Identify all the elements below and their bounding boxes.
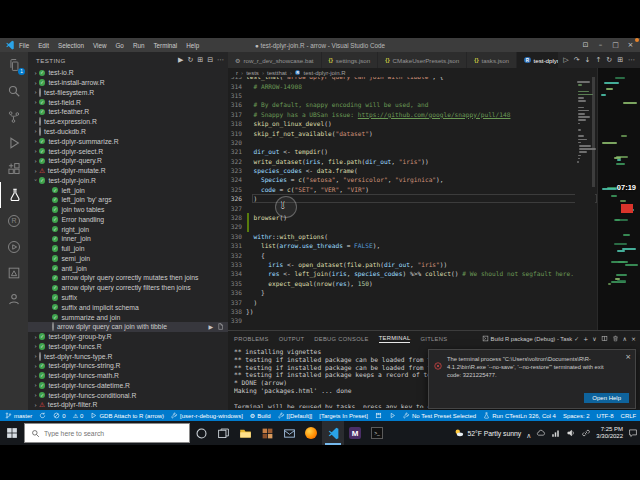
test-tree-item[interactable]: ›✓test-field.R bbox=[28, 97, 228, 107]
test-tree-item[interactable]: ›✓test-dplyr-query.R bbox=[28, 156, 228, 166]
status-item-no-test-preset-selected[interactable]: No Test Preset Selected bbox=[403, 412, 476, 420]
go-to-test-icon[interactable] bbox=[217, 323, 224, 331]
layout-icon[interactable]: ⊡ bbox=[578, 38, 593, 52]
breadcrumb-segment[interactable]: tests bbox=[246, 70, 259, 76]
close-panel-icon[interactable]: × bbox=[631, 335, 636, 342]
test-tree-item[interactable]: ✓arrow dplyr query correctly filters the… bbox=[28, 283, 228, 293]
open-help-button[interactable]: Open Help bbox=[584, 393, 629, 403]
taskbar-app-msys[interactable]: M bbox=[344, 421, 366, 445]
taskbar-app-file-explorer[interactable] bbox=[234, 421, 256, 445]
tab-test-dplyr-join.R[interactable]: Rtest-dplyr-join.R● bbox=[517, 52, 558, 68]
code-line-337[interactable]: 337 ) bbox=[228, 297, 597, 306]
testing-icon[interactable] bbox=[0, 182, 28, 208]
kill-terminal-icon[interactable] bbox=[612, 335, 619, 343]
test-tree-item[interactable]: ›✓test-dplyr-join.R bbox=[28, 175, 228, 185]
code-line-334[interactable]: 334 res <- left_join(iris, species_codes… bbox=[228, 269, 597, 278]
extensions-icon[interactable] bbox=[0, 156, 28, 182]
code-line-329[interactable]: 329 bbox=[228, 222, 597, 231]
test-tree-item[interactable]: ›test-filesystem.R bbox=[28, 88, 228, 98]
taskbar-app-mail[interactable] bbox=[278, 421, 300, 445]
close-icon[interactable]: × bbox=[625, 353, 631, 361]
account-icon[interactable] bbox=[0, 286, 28, 312]
taskbar-app-firefox[interactable] bbox=[300, 421, 322, 445]
test-tree-item[interactable]: ✓suffix bbox=[28, 293, 228, 303]
status-item-master[interactable]: master bbox=[5, 412, 32, 420]
panel-tab-debug-console[interactable]: DEBUG CONSOLE bbox=[314, 336, 368, 342]
volume-icon[interactable] bbox=[566, 424, 576, 442]
test-tree-item[interactable]: arrow dplyr query can join with tibble▶ bbox=[28, 322, 228, 332]
code-line-330[interactable]: 330 withr::with_options( bbox=[228, 232, 597, 241]
terminal-dropdown-icon[interactable]: ∨ bbox=[592, 335, 596, 342]
status-right-item[interactable]: UTF-8 bbox=[597, 413, 614, 419]
start-button[interactable] bbox=[0, 421, 24, 445]
explorer-icon[interactable]: 1 bbox=[0, 52, 28, 78]
test-tree-item[interactable]: ›test-duckdb.R bbox=[28, 127, 228, 137]
menu-help[interactable]: Help bbox=[186, 42, 199, 49]
terminal-task-selector[interactable]: Build R package (Debug) - Task✓ bbox=[482, 335, 580, 343]
status-item--user-r-debug-windows-[interactable]: [user-r-debug-windows] bbox=[171, 412, 243, 420]
status-item-gdb-attach-to-r-arrow-[interactable]: GDB Attach to R (arrow) bbox=[90, 412, 164, 420]
code-line-325[interactable]: 325 code = c("SET", "VER", "VIR") bbox=[228, 185, 597, 194]
menu-view[interactable]: View bbox=[93, 42, 107, 49]
taskbar-app-vscode[interactable] bbox=[322, 421, 344, 445]
more-actions-icon[interactable]: ⋯ bbox=[628, 56, 635, 64]
onedrive-icon[interactable] bbox=[536, 424, 546, 442]
test-tree-item[interactable]: ›✓test-dplyr-group-by.R bbox=[28, 332, 228, 342]
test-tree-item[interactable]: ✓Error handling bbox=[28, 214, 228, 224]
restart-icon[interactable]: ↻ bbox=[606, 56, 612, 64]
code-line-315[interactable]: 315 bbox=[228, 91, 597, 100]
test-tree-item[interactable]: ›test-dplyr-funcs-type.R bbox=[28, 351, 228, 361]
step-out-icon[interactable]: ↑ bbox=[595, 56, 601, 64]
step-into-icon[interactable]: ↓ bbox=[585, 56, 591, 64]
test-tree-item[interactable]: ›✓test-feather.R bbox=[28, 107, 228, 117]
code-line-336[interactable]: 336 } bbox=[228, 288, 597, 297]
code-line-339[interactable]: 339 bbox=[228, 316, 597, 325]
test-tree-item[interactable]: ✓join two tables bbox=[28, 205, 228, 215]
test-tree-item[interactable]: ✓left_join 'by' args bbox=[28, 195, 228, 205]
search-input[interactable] bbox=[44, 430, 174, 437]
code-line-324[interactable]: 324 Species = c("setosa", "versicolor", … bbox=[228, 175, 597, 184]
show-output-icon[interactable]: ⊞ bbox=[197, 56, 203, 64]
status-item-0[interactable]: 0 bbox=[53, 412, 65, 420]
test-tree-item[interactable]: ›✓test-dplyr-funcs-string.R bbox=[28, 361, 228, 371]
refresh-tests-icon[interactable]: ↻ bbox=[187, 56, 193, 64]
panel-tab-terminal[interactable]: TERMINAL bbox=[379, 335, 411, 343]
code-line-331[interactable]: 331 list(arrow.use_threads = FALSE), bbox=[228, 241, 597, 250]
taskbar-app-app-grid[interactable] bbox=[256, 421, 278, 445]
status-right-item[interactable]: Spaces: 2 bbox=[563, 413, 590, 419]
code-line-320[interactable]: 320 bbox=[228, 138, 597, 147]
r-icon[interactable]: R bbox=[0, 208, 28, 234]
test-tree-item[interactable]: ✓inner_join bbox=[28, 234, 228, 244]
run-all-tests-icon[interactable]: ▶ bbox=[178, 56, 183, 64]
status-right-item[interactable]: Ln 326, Col 4 bbox=[520, 413, 556, 419]
code-line-333[interactable]: 333 iris <- open_dataset(file.path(dir_o… bbox=[228, 260, 597, 269]
status-item[interactable] bbox=[375, 412, 382, 420]
status-item[interactable] bbox=[39, 412, 46, 420]
collapse-all-icon[interactable]: ⊟ bbox=[207, 56, 213, 64]
run-test-icon[interactable]: ▶ bbox=[208, 323, 213, 330]
code-line-335[interactable]: 335 expect_equal(nrow(res), 150) bbox=[228, 279, 597, 288]
weather-widget[interactable]: 52°F Partly sunny bbox=[454, 424, 521, 442]
maximize-icon[interactable]: □ bbox=[608, 38, 623, 52]
code-line-322[interactable]: 322 write_dataset(iris, file.path(dir_ou… bbox=[228, 157, 597, 166]
hidden-icons-chevron-icon[interactable]: ∧ bbox=[526, 424, 531, 442]
code-line-321[interactable]: 321 dir_out <- tempdir() bbox=[228, 147, 597, 156]
run-file-icon[interactable]: ▷ bbox=[563, 56, 568, 64]
test-tree-item[interactable]: ✓full_join bbox=[28, 244, 228, 254]
test-tree-item[interactable]: ✓left_join bbox=[28, 185, 228, 195]
taskbar-app-cortana[interactable] bbox=[190, 421, 212, 445]
code-line-323[interactable]: 323 species_codes <- data.frame( bbox=[228, 166, 597, 175]
breadcrumb-segment[interactable]: testthat bbox=[267, 70, 287, 76]
menu-selection[interactable]: Selection bbox=[58, 42, 84, 49]
test-tree-item[interactable]: ›⚠test-dplyr-mutate.R bbox=[28, 166, 228, 176]
menu-terminal[interactable]: Terminal bbox=[153, 42, 177, 49]
new-terminal-icon[interactable]: + bbox=[583, 335, 588, 342]
step-over-icon[interactable]: ↷ bbox=[574, 56, 580, 64]
test-tree-item[interactable]: ›test-expression.R bbox=[28, 117, 228, 127]
test-tree-item[interactable]: ›✓test-dplyr-funcs-conditional.R bbox=[28, 390, 228, 400]
panel-tab-output[interactable]: OUTPUT bbox=[279, 336, 305, 342]
status-item[interactable] bbox=[389, 412, 396, 420]
run-circle-icon[interactable] bbox=[0, 234, 28, 260]
breadcrumb-segment[interactable]: r bbox=[236, 70, 238, 76]
test-tree-item[interactable]: ✓summarize and join bbox=[28, 312, 228, 322]
